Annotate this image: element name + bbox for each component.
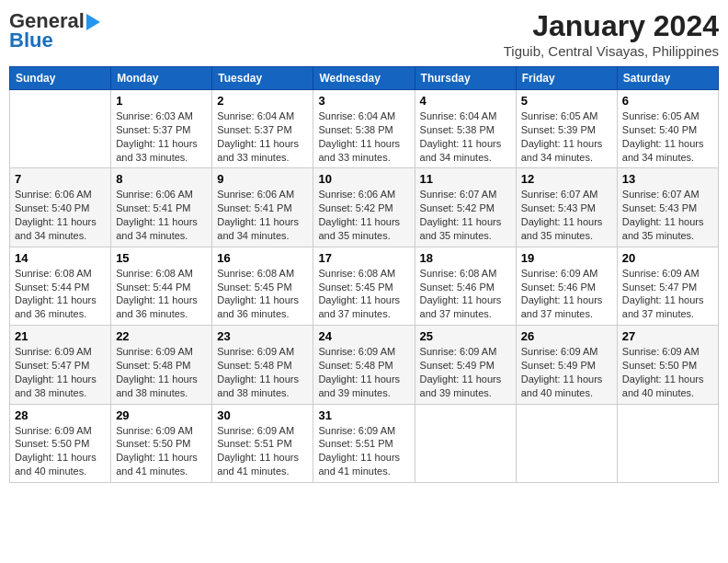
cell-info: Sunrise: 6:09 AMSunset: 5:50 PMDaylight:… <box>15 424 106 478</box>
col-monday: Monday <box>111 67 212 90</box>
cell-info: Sunrise: 6:04 AMSunset: 5:37 PMDaylight:… <box>217 109 308 164</box>
table-row: 12 Sunrise: 6:07 AMSunset: 5:43 PMDaylig… <box>516 168 617 247</box>
table-row: 27 Sunrise: 6:09 AMSunset: 5:50 PMDaylig… <box>617 326 718 404</box>
table-row: 30 Sunrise: 6:09 AMSunset: 5:51 PMDaylig… <box>212 404 313 482</box>
calendar-table: Sunday Monday Tuesday Wednesday Thursday… <box>9 66 719 483</box>
cell-info: Sunrise: 6:07 AMSunset: 5:42 PMDaylight:… <box>420 188 511 242</box>
day-number: 21 <box>15 329 106 343</box>
day-number: 30 <box>217 408 308 422</box>
table-row: 13 Sunrise: 6:07 AMSunset: 5:43 PMDaylig… <box>617 168 718 247</box>
cell-info: Sunrise: 6:05 AMSunset: 5:39 PMDaylight:… <box>521 109 612 164</box>
day-number: 10 <box>318 172 409 186</box>
day-number: 8 <box>116 172 207 186</box>
cell-info: Sunrise: 6:06 AMSunset: 5:41 PMDaylight:… <box>116 188 207 242</box>
day-number: 22 <box>116 329 207 343</box>
day-number: 29 <box>116 408 207 422</box>
table-row: 23 Sunrise: 6:09 AMSunset: 5:48 PMDaylig… <box>212 326 313 404</box>
title-block: January 2024 Tiguib, Central Visayas, Ph… <box>504 9 719 59</box>
table-row: 4 Sunrise: 6:04 AMSunset: 5:38 PMDayligh… <box>415 90 516 168</box>
table-row <box>10 90 111 168</box>
table-row: 11 Sunrise: 6:07 AMSunset: 5:42 PMDaylig… <box>415 168 516 247</box>
day-number: 3 <box>318 94 409 108</box>
cell-info: Sunrise: 6:09 AMSunset: 5:48 PMDaylight:… <box>217 345 308 399</box>
table-row: 21 Sunrise: 6:09 AMSunset: 5:47 PMDaylig… <box>10 326 111 404</box>
table-row: 3 Sunrise: 6:04 AMSunset: 5:38 PMDayligh… <box>313 90 415 168</box>
day-number: 31 <box>318 408 409 422</box>
table-row: 28 Sunrise: 6:09 AMSunset: 5:50 PMDaylig… <box>10 404 111 482</box>
day-number: 7 <box>15 172 106 186</box>
cell-info: Sunrise: 6:04 AMSunset: 5:38 PMDaylight:… <box>420 109 511 164</box>
day-number: 18 <box>420 251 511 265</box>
col-saturday: Saturday <box>617 67 718 90</box>
cell-info: Sunrise: 6:09 AMSunset: 5:50 PMDaylight:… <box>116 424 207 478</box>
table-row: 8 Sunrise: 6:06 AMSunset: 5:41 PMDayligh… <box>111 168 212 247</box>
cell-info: Sunrise: 6:08 AMSunset: 5:46 PMDaylight:… <box>420 267 511 321</box>
table-row <box>415 404 516 482</box>
day-number: 25 <box>420 329 511 343</box>
table-row: 29 Sunrise: 6:09 AMSunset: 5:50 PMDaylig… <box>111 404 212 482</box>
cell-info: Sunrise: 6:09 AMSunset: 5:51 PMDaylight:… <box>217 424 308 478</box>
cell-info: Sunrise: 6:09 AMSunset: 5:49 PMDaylight:… <box>521 345 612 399</box>
cell-info: Sunrise: 6:06 AMSunset: 5:42 PMDaylight:… <box>318 188 409 242</box>
page-header: General Blue January 2024 Tiguib, Centra… <box>9 9 719 59</box>
day-number: 1 <box>116 94 207 108</box>
col-sunday: Sunday <box>10 67 111 90</box>
day-number: 11 <box>420 172 511 186</box>
day-number: 28 <box>15 408 106 422</box>
day-number: 17 <box>318 251 409 265</box>
cell-info: Sunrise: 6:09 AMSunset: 5:51 PMDaylight:… <box>318 424 409 478</box>
logo-blue: Blue <box>9 29 53 52</box>
col-friday: Friday <box>516 67 617 90</box>
cell-info: Sunrise: 6:08 AMSunset: 5:44 PMDaylight:… <box>15 267 106 321</box>
table-row <box>516 404 617 482</box>
day-number: 16 <box>217 251 308 265</box>
table-row: 14 Sunrise: 6:08 AMSunset: 5:44 PMDaylig… <box>10 247 111 325</box>
table-row: 6 Sunrise: 6:05 AMSunset: 5:40 PMDayligh… <box>617 90 718 168</box>
table-row: 20 Sunrise: 6:09 AMSunset: 5:47 PMDaylig… <box>617 247 718 325</box>
day-number: 27 <box>622 329 713 343</box>
logo: General Blue <box>9 9 100 52</box>
cell-info: Sunrise: 6:06 AMSunset: 5:41 PMDaylight:… <box>217 188 308 242</box>
col-tuesday: Tuesday <box>212 67 313 90</box>
cell-info: Sunrise: 6:07 AMSunset: 5:43 PMDaylight:… <box>521 188 612 242</box>
day-number: 15 <box>116 251 207 265</box>
table-row: 16 Sunrise: 6:08 AMSunset: 5:45 PMDaylig… <box>212 247 313 325</box>
cell-info: Sunrise: 6:03 AMSunset: 5:37 PMDaylight:… <box>116 109 207 164</box>
table-row: 1 Sunrise: 6:03 AMSunset: 5:37 PMDayligh… <box>111 90 212 168</box>
table-row: 19 Sunrise: 6:09 AMSunset: 5:46 PMDaylig… <box>516 247 617 325</box>
day-number: 9 <box>217 172 308 186</box>
header-row: Sunday Monday Tuesday Wednesday Thursday… <box>10 67 719 90</box>
table-row: 17 Sunrise: 6:08 AMSunset: 5:45 PMDaylig… <box>313 247 415 325</box>
day-number: 5 <box>521 94 612 108</box>
table-row: 10 Sunrise: 6:06 AMSunset: 5:42 PMDaylig… <box>313 168 415 247</box>
day-number: 23 <box>217 329 308 343</box>
col-wednesday: Wednesday <box>313 67 415 90</box>
day-number: 26 <box>521 329 612 343</box>
cell-info: Sunrise: 6:05 AMSunset: 5:40 PMDaylight:… <box>622 109 713 164</box>
cell-info: Sunrise: 6:08 AMSunset: 5:45 PMDaylight:… <box>318 267 409 321</box>
day-number: 20 <box>622 251 713 265</box>
logo-chevron-icon <box>86 14 100 30</box>
cell-info: Sunrise: 6:09 AMSunset: 5:47 PMDaylight:… <box>622 267 713 321</box>
table-row: 18 Sunrise: 6:08 AMSunset: 5:46 PMDaylig… <box>415 247 516 325</box>
table-row: 31 Sunrise: 6:09 AMSunset: 5:51 PMDaylig… <box>313 404 415 482</box>
cell-info: Sunrise: 6:09 AMSunset: 5:48 PMDaylight:… <box>318 345 409 399</box>
cell-info: Sunrise: 6:09 AMSunset: 5:47 PMDaylight:… <box>15 345 106 399</box>
cell-info: Sunrise: 6:04 AMSunset: 5:38 PMDaylight:… <box>318 109 409 164</box>
table-row: 5 Sunrise: 6:05 AMSunset: 5:39 PMDayligh… <box>516 90 617 168</box>
day-number: 2 <box>217 94 308 108</box>
table-row: 15 Sunrise: 6:08 AMSunset: 5:44 PMDaylig… <box>111 247 212 325</box>
table-row: 26 Sunrise: 6:09 AMSunset: 5:49 PMDaylig… <box>516 326 617 404</box>
cell-info: Sunrise: 6:09 AMSunset: 5:49 PMDaylight:… <box>420 345 511 399</box>
table-row: 9 Sunrise: 6:06 AMSunset: 5:41 PMDayligh… <box>212 168 313 247</box>
cell-info: Sunrise: 6:09 AMSunset: 5:48 PMDaylight:… <box>116 345 207 399</box>
table-row: 2 Sunrise: 6:04 AMSunset: 5:37 PMDayligh… <box>212 90 313 168</box>
calendar-title: January 2024 <box>504 9 719 43</box>
table-row: 25 Sunrise: 6:09 AMSunset: 5:49 PMDaylig… <box>415 326 516 404</box>
day-number: 12 <box>521 172 612 186</box>
cell-info: Sunrise: 6:06 AMSunset: 5:40 PMDaylight:… <box>15 188 106 242</box>
day-number: 6 <box>622 94 713 108</box>
cell-info: Sunrise: 6:07 AMSunset: 5:43 PMDaylight:… <box>622 188 713 242</box>
day-number: 13 <box>622 172 713 186</box>
day-number: 19 <box>521 251 612 265</box>
